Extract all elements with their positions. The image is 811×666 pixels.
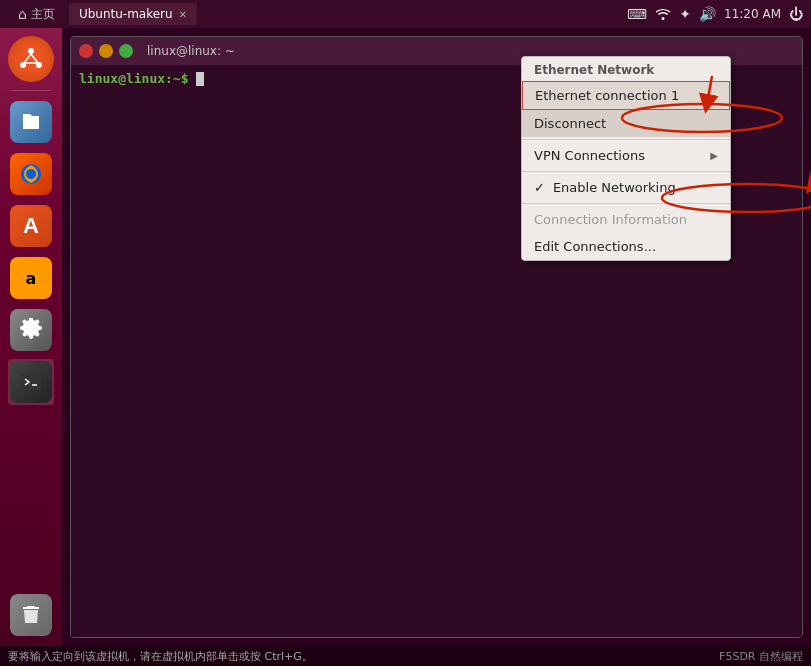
window-close-button[interactable]: [79, 44, 93, 58]
software-center-icon: A: [10, 205, 52, 247]
svg-rect-6: [21, 374, 41, 390]
tab-bar: ⌂ 主页 Ubuntu-makeru ✕: [8, 3, 197, 25]
sidebar-item-amazon[interactable]: a: [8, 255, 54, 301]
window-maximize-button[interactable]: [119, 44, 133, 58]
sidebar: A a: [0, 28, 62, 646]
menu-item-connection-info: Connection Information: [522, 206, 730, 233]
clock: 11:20 AM: [724, 7, 781, 21]
amazon-icon: a: [10, 257, 52, 299]
main-area: A a: [0, 28, 811, 646]
firefox-icon: [10, 153, 52, 195]
content-area: linux@linux: ~ linux@linux:~$ Ethernet N…: [62, 28, 811, 646]
sidebar-item-software-center[interactable]: A: [8, 203, 54, 249]
settings-icon: [10, 309, 52, 351]
menu-item-edit-connections[interactable]: Edit Connections...: [522, 233, 730, 260]
files-icon: [10, 101, 52, 143]
wifi-icon[interactable]: [655, 5, 671, 24]
home-icon: ⌂: [18, 6, 27, 22]
ubuntu-logo-icon: [8, 36, 54, 82]
menu-item-disconnect[interactable]: Disconnect: [522, 110, 730, 137]
tab-close-button[interactable]: ✕: [179, 9, 187, 20]
submenu-arrow-icon: ▶: [710, 150, 718, 161]
menu-item-ethernet-connection[interactable]: Ethernet connection 1: [522, 81, 730, 110]
disconnect-label: Disconnect: [534, 116, 606, 131]
menu-item-vpn-connections[interactable]: VPN Connections ▶: [522, 142, 730, 169]
bottom-bar: 要将输入定向到该虚拟机，请在虚拟机内部单击或按 Ctrl+G。 F5SDR 自然…: [0, 646, 811, 666]
vpn-connections-label: VPN Connections: [534, 148, 645, 163]
menu-separator-1: [522, 139, 730, 140]
checkmark-icon: ✓: [534, 180, 545, 195]
window-minimize-button[interactable]: [99, 44, 113, 58]
enable-networking-label: Enable Networking: [553, 180, 676, 195]
power-icon[interactable]: ⏻: [789, 6, 803, 22]
menu-section-header-ethernet: Ethernet Network: [522, 57, 730, 81]
home-tab-label: 主页: [31, 6, 55, 23]
keyboard-icon[interactable]: ⌨: [627, 6, 647, 22]
trash-icon: [10, 594, 52, 636]
sidebar-item-firefox[interactable]: [8, 151, 54, 197]
sidebar-item-ubuntu[interactable]: [8, 36, 54, 82]
connection-info-label: Connection Information: [534, 212, 687, 227]
sidebar-item-trash[interactable]: [8, 592, 54, 638]
bottom-right-text: F5SDR 自然编程: [719, 649, 803, 664]
menu-separator-3: [522, 203, 730, 204]
ethernet-connection-label: Ethernet connection 1: [535, 88, 679, 103]
terminal-window-title: linux@linux: ~: [147, 44, 235, 58]
bottom-status-text: 要将输入定向到该虚拟机，请在虚拟机内部单击或按 Ctrl+G。: [8, 649, 313, 664]
bluetooth-icon[interactable]: ✦: [679, 6, 691, 22]
menu-separator-2: [522, 171, 730, 172]
sidebar-item-files[interactable]: [8, 99, 54, 145]
terminal-icon: [10, 361, 52, 403]
top-bar: ⌂ 主页 Ubuntu-makeru ✕ ⌨ ✦ 🔊 11:20 AM ⏻: [0, 0, 811, 28]
sidebar-item-settings[interactable]: [8, 307, 54, 353]
svg-point-5: [26, 169, 36, 179]
edit-connections-label: Edit Connections...: [534, 239, 656, 254]
sidebar-divider-1: [11, 90, 51, 91]
terminal-cursor: [196, 72, 204, 86]
volume-icon[interactable]: 🔊: [699, 6, 716, 22]
bottom-right-area: F5SDR 自然编程: [719, 649, 803, 664]
tab-label: Ubuntu-makeru: [79, 7, 173, 21]
network-dropdown-menu: Ethernet Network Ethernet connection 1 D…: [521, 56, 731, 261]
menu-item-enable-networking[interactable]: ✓ Enable Networking: [522, 174, 730, 201]
sidebar-item-terminal[interactable]: [8, 359, 54, 405]
tab-ubuntu-makeru[interactable]: Ubuntu-makeru ✕: [69, 3, 197, 25]
terminal-prompt: linux@linux:~$: [79, 71, 189, 86]
tab-home[interactable]: ⌂ 主页: [8, 3, 65, 25]
system-tray: ⌨ ✦ 🔊 11:20 AM ⏻: [627, 5, 803, 24]
